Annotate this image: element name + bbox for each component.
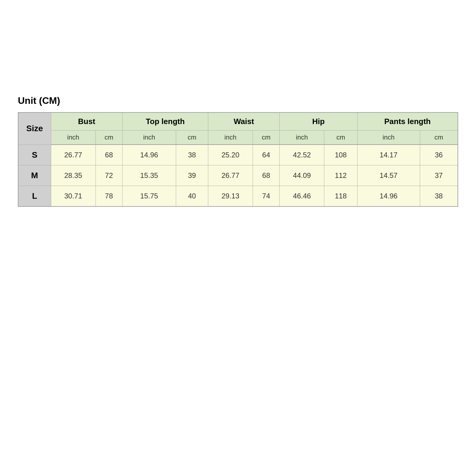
data-cell-2-8: 14.96 bbox=[357, 186, 420, 206]
data-cell-0-5: 64 bbox=[253, 145, 280, 165]
toplength-inch-subheader: inch bbox=[122, 131, 176, 145]
size-header: Size bbox=[18, 112, 51, 145]
data-cell-2-4: 29.13 bbox=[208, 186, 253, 206]
data-cell-2-1: 78 bbox=[95, 186, 122, 206]
waist-cm-subheader: cm bbox=[253, 131, 280, 145]
data-cell-1-3: 39 bbox=[176, 165, 208, 186]
data-cell-2-2: 15.75 bbox=[122, 186, 176, 206]
pantslength-inch-subheader: inch bbox=[357, 131, 420, 145]
data-cell-2-5: 74 bbox=[253, 186, 280, 206]
data-cell-2-6: 46.46 bbox=[280, 186, 324, 206]
data-cell-0-9: 36 bbox=[420, 145, 458, 165]
waist-header: Waist bbox=[208, 112, 279, 131]
data-cell-2-7: 118 bbox=[324, 186, 357, 206]
toplength-cm-subheader: cm bbox=[176, 131, 208, 145]
hip-header: Hip bbox=[280, 112, 357, 131]
data-cell-0-4: 25.20 bbox=[208, 145, 253, 165]
data-cell-1-0: 28.35 bbox=[51, 165, 95, 186]
data-cell-0-3: 38 bbox=[176, 145, 208, 165]
data-cell-0-6: 42.52 bbox=[280, 145, 324, 165]
pants-length-header: Pants length bbox=[357, 112, 458, 131]
unit-label: Unit (CM) bbox=[18, 95, 458, 106]
data-cell-2-3: 40 bbox=[176, 186, 208, 206]
bust-header: Bust bbox=[51, 112, 122, 131]
data-cell-1-4: 26.77 bbox=[208, 165, 253, 186]
data-cell-1-8: 14.57 bbox=[357, 165, 420, 186]
hip-cm-subheader: cm bbox=[324, 131, 357, 145]
pantslength-cm-subheader: cm bbox=[420, 131, 458, 145]
waist-inch-subheader: inch bbox=[208, 131, 253, 145]
size-label-m: M bbox=[18, 165, 51, 186]
data-cell-0-7: 108 bbox=[324, 145, 357, 165]
data-cell-1-1: 72 bbox=[95, 165, 122, 186]
data-cell-0-8: 14.17 bbox=[357, 145, 420, 165]
size-chart-container: Unit (CM) Size Bust Top length Waist Hip… bbox=[18, 95, 458, 207]
size-label-l: L bbox=[18, 186, 51, 206]
data-cell-1-6: 44.09 bbox=[280, 165, 324, 186]
table-row: L30.717815.754029.137446.4611814.9638 bbox=[18, 186, 458, 206]
table-row: S26.776814.963825.206442.5210814.1736 bbox=[18, 145, 458, 165]
data-cell-0-2: 14.96 bbox=[122, 145, 176, 165]
data-cell-1-2: 15.35 bbox=[122, 165, 176, 186]
bust-inch-subheader: inch bbox=[51, 131, 95, 145]
data-cell-1-7: 112 bbox=[324, 165, 357, 186]
size-label-s: S bbox=[18, 145, 51, 165]
data-cell-2-9: 38 bbox=[420, 186, 458, 206]
bust-cm-subheader: cm bbox=[95, 131, 122, 145]
top-length-header: Top length bbox=[122, 112, 208, 131]
table-row: M28.357215.353926.776844.0911214.5737 bbox=[18, 165, 458, 186]
data-cell-1-9: 37 bbox=[420, 165, 458, 186]
hip-inch-subheader: inch bbox=[280, 131, 324, 145]
data-cell-0-1: 68 bbox=[95, 145, 122, 165]
data-cell-0-0: 26.77 bbox=[51, 145, 95, 165]
data-cell-2-0: 30.71 bbox=[51, 186, 95, 206]
data-cell-1-5: 68 bbox=[253, 165, 280, 186]
size-table: Size Bust Top length Waist Hip Pants len… bbox=[18, 112, 458, 207]
